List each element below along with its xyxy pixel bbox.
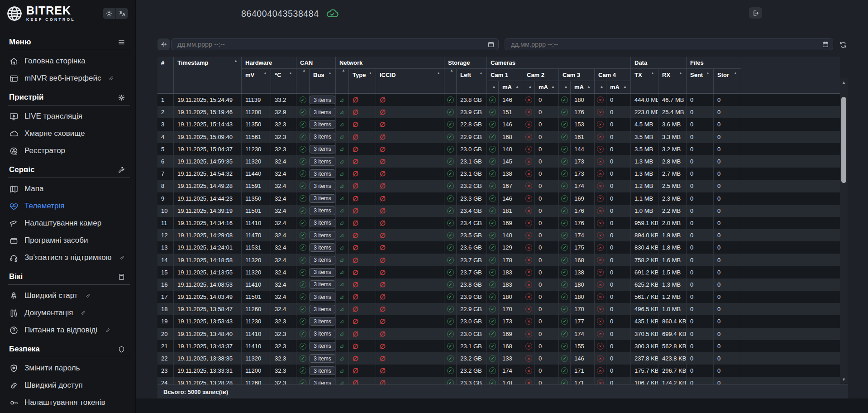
bus-items-badge[interactable]: 3 items (310, 243, 335, 252)
table-row[interactable]: 719.11.2025, 14:54:321144032.4✓3 items∅∅… (157, 168, 840, 180)
date-from-input[interactable] (171, 38, 499, 50)
col-header-cam3-status[interactable]: ▲ (559, 81, 571, 93)
col-header-storage-status[interactable]: ▲ (444, 69, 457, 93)
theme-toggle-button[interactable] (103, 8, 115, 19)
sidebar-item[interactable]: Реєстратор (0, 142, 135, 159)
sort-icon[interactable]: ▲ (600, 85, 604, 89)
sort-icon[interactable]: ▲ (437, 72, 440, 75)
sidebar-item[interactable]: Швидкий старт (0, 287, 135, 304)
sort-icon[interactable]: ▲ (342, 69, 345, 72)
scroll-up-icon[interactable]: ▲ (840, 79, 848, 86)
sort-icon[interactable]: ▲ (679, 72, 682, 75)
language-toggle-button[interactable] (115, 8, 128, 19)
table-row[interactable]: 2119.11.2025, 13:43:371141032.3✓3 items∅… (157, 340, 840, 352)
sort-icon[interactable]: ▲ (551, 85, 555, 89)
bus-items-badge[interactable]: 3 items (310, 354, 335, 363)
bus-items-badge[interactable]: 3 items (310, 231, 335, 240)
table-row[interactable]: 519.11.2025, 15:04:371123032.3✓3 items∅∅… (157, 143, 840, 155)
col-header-cam3-ma[interactable]: mA▲ (571, 81, 595, 93)
table-row[interactable]: 319.11.2025, 15:14:431135032.3✓3 items∅∅… (157, 118, 840, 130)
sort-icon[interactable]: ▲ (492, 85, 496, 89)
scroll-down-icon[interactable]: ▼ (840, 376, 848, 383)
col-header-cam4-ma[interactable]: mA▲ (606, 81, 631, 93)
table-row[interactable]: 919.11.2025, 14:44:231135032.4✓3 items∅∅… (157, 192, 840, 205)
col-header-left[interactable]: Left▲ (457, 69, 487, 93)
bus-items-badge[interactable]: 3 items (310, 305, 335, 313)
scrollbar-thumb[interactable] (841, 97, 846, 183)
table-row[interactable]: 219.11.2025, 15:19:461120032.9✓3 items∅∅… (157, 106, 840, 118)
collapse-panel-button[interactable] (157, 38, 170, 50)
sidebar-item[interactable]: Налаштування токенів (0, 394, 135, 411)
table-row[interactable]: 1819.11.2025, 13:58:471126032.4✓3 items∅… (157, 303, 840, 315)
col-header-num[interactable]: # (157, 57, 174, 93)
calendar-icon[interactable] (487, 41, 495, 48)
sidebar-item[interactable]: Питання та відповіді (0, 322, 135, 339)
sidebar-item[interactable]: LIVE трансляція (0, 108, 135, 125)
sort-icon[interactable]: ▲ (289, 72, 292, 75)
col-header-temp[interactable]: °C▲ (271, 69, 296, 93)
sort-icon[interactable]: ▲ (651, 72, 654, 75)
col-header-cam1-ma[interactable]: mA▲ (499, 81, 523, 93)
col-header-cam2-status[interactable]: ▲ (523, 81, 535, 93)
col-header-cam1-status[interactable]: ▲ (487, 81, 499, 93)
bus-items-badge[interactable]: 3 items (310, 256, 335, 264)
sort-icon[interactable]: ▲ (587, 85, 591, 89)
table-row[interactable]: 2019.11.2025, 13:48:401141032.3✓3 items∅… (157, 328, 840, 340)
col-header-type[interactable]: Type▲ (349, 69, 376, 93)
sort-icon[interactable]: ▲ (368, 72, 372, 75)
sidebar-item[interactable]: Головна сторінка (0, 53, 135, 70)
sort-icon[interactable]: ▲ (515, 85, 519, 89)
bus-items-badge[interactable]: 3 items (310, 108, 335, 116)
logout-button[interactable] (749, 7, 762, 19)
sort-icon[interactable]: ▲ (328, 72, 332, 75)
table-row[interactable]: 1319.11.2025, 14:24:011153132.4✓3 items∅… (157, 241, 840, 254)
sort-icon[interactable]: ▲ (234, 59, 238, 63)
sidebar-item[interactable]: Змінити пароль (0, 360, 135, 377)
col-header-stor[interactable]: Stor▲ (714, 69, 741, 93)
bus-items-badge[interactable]: 3 items (310, 268, 335, 277)
col-header-tx[interactable]: TX▲ (631, 69, 658, 93)
bus-items-badge[interactable]: 3 items (310, 96, 335, 104)
table-row[interactable]: 419.11.2025, 15:09:401156132.3✓3 items∅∅… (157, 131, 840, 143)
vertical-scrollbar[interactable]: ▲ ▼ (840, 78, 848, 383)
sort-icon[interactable]: ▲ (263, 72, 267, 75)
bus-items-badge[interactable]: 3 items (310, 145, 335, 154)
table-row[interactable]: 619.11.2025, 14:59:351132032.4✓3 items∅∅… (157, 155, 840, 168)
sidebar-item[interactable]: Документація (0, 304, 135, 322)
bus-items-badge[interactable]: 3 items (310, 342, 335, 351)
col-header-bus[interactable]: Bus▲ (310, 69, 336, 93)
table-row[interactable]: 2319.11.2025, 13:33:311120032.3✓3 items∅… (157, 365, 840, 377)
sort-icon[interactable]: ▲ (706, 72, 710, 75)
table-row[interactable]: 2219.11.2025, 13:38:351132032.3✓3 items∅… (157, 352, 840, 365)
sidebar-item[interactable]: Програмні засоби (0, 232, 135, 249)
col-header-can-status[interactable]: ▲ (296, 69, 310, 93)
table-row[interactable]: 1519.11.2025, 14:13:551132032.4✓3 items∅… (157, 266, 840, 279)
table-row[interactable]: 819.11.2025, 14:49:281159132.4✓3 items∅∅… (157, 180, 840, 192)
calendar-icon[interactable] (822, 41, 829, 48)
col-header-mv[interactable]: mV▲ (242, 69, 271, 93)
col-header-rx[interactable]: RX▲ (658, 69, 687, 93)
col-header-cam4-status[interactable]: ▲ (595, 81, 606, 93)
col-header-network-status[interactable]: ▲ (336, 69, 349, 93)
date-to-input[interactable] (505, 38, 833, 50)
bus-items-badge[interactable]: 3 items (310, 317, 335, 326)
table-row[interactable]: 119.11.2025, 15:24:491113933.2✓3 items∅∅… (157, 94, 840, 106)
col-header-timestamp[interactable]: Timestamp▲ (174, 57, 242, 93)
bus-items-badge[interactable]: 3 items (310, 120, 335, 129)
sort-icon[interactable]: ▲ (623, 85, 627, 89)
col-header-iccid[interactable]: ICCID▲ (376, 69, 444, 93)
table-row[interactable]: 1019.11.2025, 14:39:191150132.4✓3 items∅… (157, 205, 840, 217)
bus-items-badge[interactable]: 3 items (310, 157, 335, 166)
bus-items-badge[interactable]: 3 items (310, 206, 335, 215)
bus-items-badge[interactable]: 3 items (310, 219, 335, 227)
bus-items-badge[interactable]: 3 items (310, 366, 335, 375)
table-row[interactable]: 1219.11.2025, 14:29:081147032.4✓3 items∅… (157, 229, 840, 241)
table-row[interactable]: 1419.11.2025, 14:18:581132032.4✓3 items∅… (157, 254, 840, 266)
table-row[interactable]: 1719.11.2025, 14:03:491150132.4✓3 items∅… (157, 291, 840, 303)
sort-icon[interactable]: ▲ (302, 69, 306, 72)
table-row[interactable]: 1619.11.2025, 14:08:531141032.4✓3 items∅… (157, 279, 840, 291)
bus-items-badge[interactable]: 3 items (310, 280, 335, 289)
sort-icon[interactable]: ▲ (734, 72, 737, 75)
bus-items-badge[interactable]: 3 items (310, 182, 335, 190)
table-row[interactable]: 1119.11.2025, 14:34:161141032.4✓3 items∅… (157, 217, 840, 229)
